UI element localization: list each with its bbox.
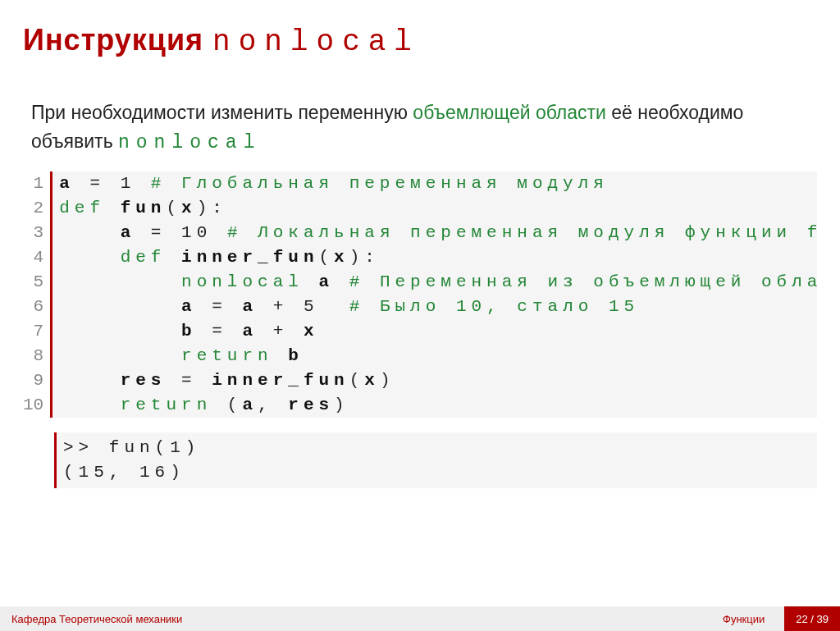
tok: a bbox=[121, 223, 136, 242]
kw-return: return bbox=[181, 346, 288, 365]
tok: ( bbox=[349, 371, 365, 390]
heading-prefix: Инструкция bbox=[23, 23, 212, 57]
tok bbox=[334, 272, 349, 291]
tok: inner_fun bbox=[212, 371, 349, 390]
tok: x bbox=[304, 322, 319, 341]
kw-return: return bbox=[121, 396, 227, 414]
tok: a bbox=[242, 396, 258, 414]
code-listing: 1 2 3 4 5 6 7 8 9 10 a = 1 # Глобальная … bbox=[23, 171, 817, 418]
tok: = bbox=[197, 322, 243, 341]
intro-highlight: объемлющей области bbox=[413, 102, 606, 123]
tok: b bbox=[181, 322, 197, 341]
tok: x bbox=[364, 371, 380, 390]
tok: res bbox=[288, 396, 334, 414]
pad bbox=[59, 371, 120, 390]
slide-footer: Кафедра Теоретической механики Функции 2… bbox=[0, 606, 840, 631]
tok: a bbox=[59, 174, 75, 193]
slide-heading: Инструкция nonlocal bbox=[23, 23, 817, 59]
tok: a bbox=[242, 297, 258, 316]
kw-nonlocal: nonlocal bbox=[181, 272, 318, 291]
intro-mono: nonlocal bbox=[118, 132, 261, 153]
kw-def: def bbox=[59, 199, 120, 217]
line-numbers: 1 2 3 4 5 6 7 8 9 10 bbox=[23, 171, 50, 418]
tok: + 5 bbox=[258, 297, 349, 316]
comment: # Переменная из объемлющей области bbox=[349, 272, 817, 291]
footer-page-number: 22 / 39 bbox=[784, 606, 840, 631]
comment: # Локальная переменная модуля функции fu… bbox=[227, 223, 817, 242]
pad bbox=[59, 248, 120, 267]
heading-keyword: nonlocal bbox=[212, 25, 420, 59]
pad bbox=[59, 297, 181, 316]
footer-title: Функции bbox=[703, 606, 784, 631]
intro-part1: При необходимости изменить переменную bbox=[31, 102, 413, 123]
tok: a bbox=[181, 297, 197, 316]
tok: res bbox=[121, 371, 167, 390]
intro-text: При необходимости изменить переменную об… bbox=[23, 98, 817, 157]
tok: , bbox=[258, 396, 288, 414]
tok: ): bbox=[349, 248, 380, 267]
pad bbox=[59, 346, 181, 365]
tok: = bbox=[197, 297, 243, 316]
tok: x bbox=[334, 248, 349, 267]
tok: inner_fun bbox=[181, 248, 318, 267]
tok: + bbox=[258, 322, 304, 341]
tok: = 1 bbox=[75, 174, 151, 193]
tok: ( bbox=[166, 199, 181, 217]
tok: x bbox=[181, 199, 197, 217]
tok: ) bbox=[380, 371, 395, 390]
pad bbox=[59, 223, 120, 242]
output-block: >> fun(1) (15, 16) bbox=[54, 432, 817, 488]
tok: ( bbox=[227, 396, 243, 414]
pad bbox=[59, 272, 181, 291]
footer-department: Кафедра Теоретической механики bbox=[0, 606, 703, 631]
tok: ( bbox=[318, 248, 334, 267]
pad bbox=[59, 322, 181, 341]
tok: = bbox=[166, 371, 212, 390]
pad bbox=[59, 396, 120, 414]
comment: # Глобальная переменная модуля bbox=[151, 174, 609, 193]
code-block: a = 1 # Глобальная переменная модуля def… bbox=[50, 171, 817, 418]
tok: = 10 bbox=[135, 223, 227, 242]
kw-def: def bbox=[121, 248, 181, 267]
tok: fun bbox=[121, 199, 167, 217]
tok: a bbox=[318, 272, 334, 291]
tok: a bbox=[242, 322, 258, 341]
tok: b bbox=[288, 346, 304, 365]
slide-content: Инструкция nonlocal При необходимости из… bbox=[0, 0, 840, 488]
comment: # Было 10, стало 15 bbox=[349, 297, 639, 316]
tok: ): bbox=[197, 199, 227, 217]
tok: ) bbox=[334, 396, 349, 414]
